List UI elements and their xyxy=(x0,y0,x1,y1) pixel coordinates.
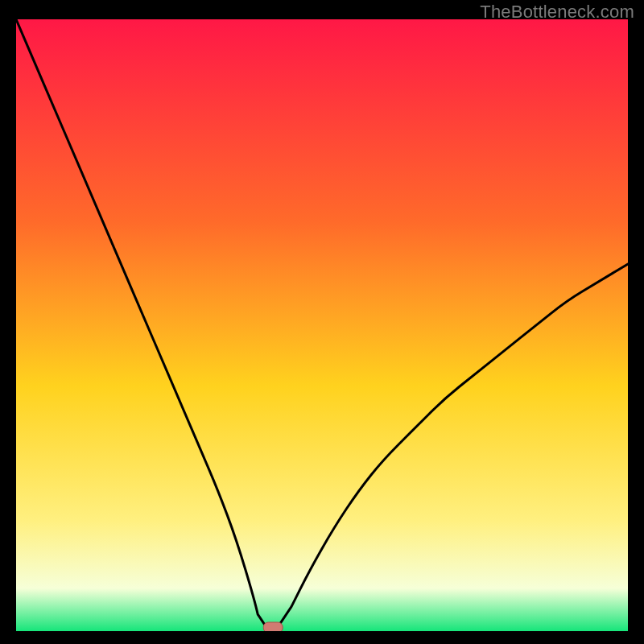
minimum-marker xyxy=(263,622,283,631)
chart-container: TheBottleneck.com xyxy=(0,0,644,644)
plot-area xyxy=(16,19,628,631)
bottleneck-chart xyxy=(16,19,628,631)
